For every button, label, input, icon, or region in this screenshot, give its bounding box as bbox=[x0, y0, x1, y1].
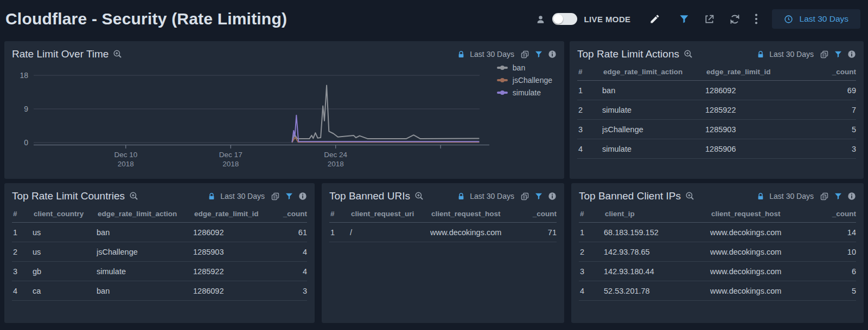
lock-icon bbox=[208, 192, 215, 200]
column-header: # bbox=[329, 210, 350, 218]
legend-marker-icon bbox=[497, 92, 508, 94]
table-row: 3 142.93.180.44 www.decokings.com 6 bbox=[579, 262, 856, 281]
svg-text:9: 9 bbox=[24, 105, 28, 113]
copy-icon[interactable] bbox=[271, 192, 280, 201]
zoom-in-icon[interactable] bbox=[685, 191, 695, 201]
top-controls: LIVE MODE Last 30 Days bbox=[535, 9, 860, 29]
legend-marker-icon bbox=[497, 67, 508, 69]
panel-time-range: Last 30 Days bbox=[470, 192, 514, 200]
info-icon[interactable] bbox=[847, 192, 856, 200]
edit-icon[interactable] bbox=[649, 9, 660, 29]
table-row: 4 52.53.201.78 www.decokings.com 5 bbox=[579, 281, 856, 301]
legend-marker-icon bbox=[497, 79, 508, 81]
table-row: 1 us ban 1286092 61 bbox=[12, 223, 307, 242]
column-header: # bbox=[12, 210, 33, 218]
panel-time-range: Last 30 Days bbox=[470, 50, 514, 59]
filter-icon[interactable] bbox=[834, 192, 843, 200]
refresh-icon[interactable] bbox=[729, 9, 741, 29]
legend-item-simulate[interactable]: simulate bbox=[497, 88, 552, 97]
panel-rate-limit-over-time: Rate Limit Over Time Last 30 Days bbox=[4, 41, 564, 179]
copy-icon[interactable] bbox=[520, 50, 529, 59]
filter-icon[interactable] bbox=[534, 192, 543, 200]
table-header: #edge_rate_limit_actionedge_rate_limit_i… bbox=[577, 63, 856, 81]
column-header: # bbox=[577, 68, 602, 76]
chart-legend: banjsChallengesimulate bbox=[497, 63, 552, 97]
svg-text:2018: 2018 bbox=[222, 160, 239, 168]
filter-icon[interactable] bbox=[534, 50, 543, 59]
legend-label: simulate bbox=[513, 88, 541, 97]
panel-time-range: Last 30 Days bbox=[220, 192, 265, 200]
table-body: 1 68.183.159.152 www.decokings.com 14 2 … bbox=[579, 223, 856, 301]
svg-text:2018: 2018 bbox=[328, 160, 344, 168]
top-bar: Cloudflare - Security (Rate Limiting) LI… bbox=[0, 0, 868, 38]
table-row: 3 jsChallenge 1285903 5 bbox=[577, 120, 856, 139]
svg-text:0: 0 bbox=[24, 138, 28, 147]
zoom-in-icon[interactable] bbox=[414, 191, 424, 201]
table-row: 2 us jsChallenge 1285903 4 bbox=[12, 242, 307, 262]
filter-icon[interactable] bbox=[834, 50, 843, 59]
table-row: 3 gb simulate 1285922 4 bbox=[12, 262, 307, 281]
svg-text:2018: 2018 bbox=[118, 160, 134, 168]
clock-icon bbox=[784, 15, 793, 24]
share-icon[interactable] bbox=[704, 9, 715, 29]
zoom-in-icon[interactable] bbox=[684, 49, 693, 59]
legend-item-jsChallenge[interactable]: jsChallenge bbox=[497, 76, 552, 85]
panel-top-banned-client-ips: Top Banned Client IPs Last 30 Days bbox=[571, 183, 864, 323]
ips-table: #client_ipclient_request_host_count 1 68… bbox=[579, 205, 856, 301]
info-icon[interactable] bbox=[548, 192, 557, 200]
legend-label: ban bbox=[513, 63, 525, 72]
table-row: 2 simulate 1285922 7 bbox=[577, 100, 856, 120]
column-header: # bbox=[579, 210, 604, 218]
copy-icon[interactable] bbox=[820, 50, 829, 59]
legend-item-ban[interactable]: ban bbox=[497, 63, 552, 72]
svg-text:Dec 17: Dec 17 bbox=[219, 151, 242, 159]
column-header: _count bbox=[821, 210, 856, 218]
filter-icon[interactable] bbox=[679, 9, 690, 29]
svg-text:Dec 24: Dec 24 bbox=[324, 151, 347, 159]
column-header: client_request_host bbox=[430, 210, 525, 218]
time-range-label: Last 30 Days bbox=[800, 14, 848, 24]
panel-title: Top Rate Limit Actions bbox=[577, 48, 679, 60]
actions-table: #edge_rate_limit_actionedge_rate_limit_i… bbox=[577, 63, 856, 159]
svg-text:18: 18 bbox=[20, 71, 28, 80]
panel-top-rate-limit-countries: Top Rate Limit Countries Last 30 Days bbox=[4, 183, 315, 323]
table-body: 1 ban 1286092 69 2 simulate 1285922 7 bbox=[577, 81, 856, 159]
info-icon[interactable] bbox=[847, 50, 856, 59]
panel-top-rate-limit-actions: Top Rate Limit Actions Last 30 Days bbox=[570, 41, 864, 179]
lock-icon bbox=[757, 192, 764, 200]
panel-title: Rate Limit Over Time bbox=[12, 48, 108, 60]
table-row: 1 ban 1286092 69 bbox=[577, 81, 856, 100]
zoom-in-icon[interactable] bbox=[113, 49, 123, 59]
column-header: edge_rate_limit_id bbox=[705, 68, 821, 76]
column-header: client_country bbox=[33, 210, 97, 218]
lock-icon bbox=[757, 50, 764, 59]
column-header: client_ip bbox=[604, 210, 710, 218]
column-header: edge_rate_limit_action bbox=[602, 68, 705, 76]
panel-top-banned-uris: Top Banned URIs Last 30 Days bbox=[322, 183, 564, 323]
countries-table: #client_countryedge_rate_limit_actionedg… bbox=[12, 205, 307, 301]
rate-limit-chart-svg: 0918Dec 102018Dec 172018Dec 242018 bbox=[10, 67, 493, 171]
time-range-button[interactable]: Last 30 Days bbox=[772, 9, 860, 29]
copy-icon[interactable] bbox=[820, 192, 829, 201]
panel-title: Top Rate Limit Countries bbox=[12, 190, 125, 202]
table-row: 1 / www.decokings.com 71 bbox=[329, 223, 557, 242]
filter-icon[interactable] bbox=[285, 192, 293, 200]
copy-icon[interactable] bbox=[520, 192, 529, 201]
kebab-menu-icon[interactable] bbox=[755, 9, 758, 29]
column-header: edge_rate_limit_id bbox=[193, 210, 277, 218]
panel-time-range: Last 30 Days bbox=[769, 192, 814, 200]
table-header: #client_request_uriclient_request_host_c… bbox=[329, 205, 557, 223]
live-mode-toggle[interactable] bbox=[552, 13, 577, 25]
table-body: 1 / www.decokings.com 71 bbox=[329, 223, 557, 242]
zoom-in-icon[interactable] bbox=[129, 191, 139, 201]
user-icon bbox=[535, 9, 546, 29]
column-header: edge_rate_limit_action bbox=[97, 210, 193, 218]
panel-title: Top Banned URIs bbox=[329, 190, 410, 202]
table-row: 4 ca ban 1286092 3 bbox=[12, 281, 307, 301]
info-icon[interactable] bbox=[298, 192, 307, 200]
dashboard: Rate Limit Over Time Last 30 Days bbox=[0, 38, 868, 323]
lock-icon bbox=[457, 192, 465, 200]
rate-limit-chart: 0918Dec 102018Dec 172018Dec 242018 banjs… bbox=[4, 62, 564, 173]
table-row: 2 142.93.78.65 www.decokings.com 10 bbox=[579, 242, 856, 262]
info-icon[interactable] bbox=[548, 50, 557, 59]
